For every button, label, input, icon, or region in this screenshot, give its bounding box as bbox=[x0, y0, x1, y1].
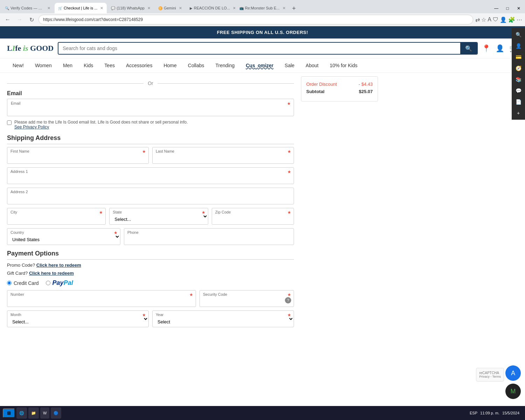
first-name-field: First Name ★ bbox=[7, 147, 149, 164]
card-fields-row: Number ★ Security Code ★ ? bbox=[7, 290, 294, 307]
city-input[interactable] bbox=[7, 208, 106, 225]
first-name-input[interactable] bbox=[7, 147, 149, 164]
order-discount-label: Order Discount bbox=[306, 82, 337, 87]
country-select[interactable]: United States bbox=[7, 228, 120, 245]
city-field: City ★ bbox=[7, 208, 106, 225]
tab-close-icon[interactable]: ✕ bbox=[179, 6, 182, 10]
tab-reaccion[interactable]: ▶ REACCIÓN DE LO... ✕ bbox=[186, 3, 235, 13]
tab-remonster[interactable]: 📺 Re:Monster Sub E... ✕ bbox=[236, 3, 288, 13]
zip-input[interactable] bbox=[212, 208, 294, 225]
address2-input[interactable] bbox=[7, 188, 294, 204]
new-tab-button[interactable]: + bbox=[289, 4, 299, 13]
paypal-radio[interactable] bbox=[46, 281, 50, 285]
email-list-checkbox[interactable] bbox=[7, 120, 12, 125]
tab-close-icon[interactable]: ✕ bbox=[147, 6, 150, 10]
year-required: ★ bbox=[287, 313, 291, 317]
sidebar-office-icon[interactable]: 📄 bbox=[513, 97, 524, 107]
nav-item-customizer[interactable]: CusTomizer bbox=[240, 58, 279, 72]
promo-code-row: Promo Code? Click here to redeem bbox=[7, 262, 294, 268]
edge-sidebar: 🔍 👤 💳 🧭 📚 💬 📄 + bbox=[512, 28, 525, 120]
back-button[interactable]: ← bbox=[3, 15, 13, 24]
address1-required: ★ bbox=[287, 169, 291, 174]
close-button[interactable]: ✕ bbox=[514, 5, 524, 12]
email-field-wrapper: Email ★ bbox=[7, 99, 294, 116]
restore-button[interactable]: □ bbox=[503, 5, 512, 12]
sidebar-profile-icon[interactable]: 👤 bbox=[513, 41, 524, 51]
credit-card-option[interactable]: Credit Card bbox=[7, 280, 39, 286]
search-button[interactable]: 🔍 bbox=[460, 43, 477, 54]
month-field: Month ★ Select... bbox=[7, 310, 149, 327]
security-code-input[interactable] bbox=[200, 290, 294, 307]
location-icon[interactable]: 📍 bbox=[482, 44, 491, 52]
tab-whatsapp[interactable]: 💬 (118) WhatsApp ✕ bbox=[107, 3, 154, 13]
user-icon[interactable]: 👤 bbox=[500, 16, 507, 23]
city-required: ★ bbox=[99, 210, 103, 215]
nav-item-men[interactable]: Men bbox=[57, 58, 78, 72]
card-number-required: ★ bbox=[189, 292, 193, 297]
last-name-field: Last Name ★ bbox=[152, 147, 294, 164]
gift-redeem-link[interactable]: Click here to redeem bbox=[29, 271, 74, 276]
credit-card-label: Credit Card bbox=[14, 280, 39, 286]
sidebar-discover-icon[interactable]: 🧭 bbox=[513, 63, 524, 74]
tab-favicon: 🔍 bbox=[5, 6, 9, 10]
shield-icon[interactable]: 🛡 bbox=[493, 16, 498, 23]
phone-input[interactable] bbox=[124, 228, 294, 245]
nav-item-sale[interactable]: Sale bbox=[279, 58, 300, 72]
reload-button[interactable]: ↻ bbox=[27, 15, 36, 24]
payment-section: Payment Options Promo Code? Click here t… bbox=[7, 250, 294, 327]
promo-redeem-link[interactable]: Click here to redeem bbox=[36, 262, 81, 268]
sidebar-wallet-icon[interactable]: 💳 bbox=[513, 52, 524, 62]
tab-checkout[interactable]: 🛒 Checkout | Life is ... ✕ bbox=[55, 3, 107, 13]
tab-label: Gemini bbox=[164, 6, 176, 10]
forward-button[interactable]: → bbox=[15, 15, 24, 24]
settings-icon[interactable]: ⋯ bbox=[517, 16, 522, 23]
tab-verify-codes[interactable]: 🔍 Verify Codes — Si... ✕ bbox=[1, 3, 54, 13]
nav-item-women[interactable]: Women bbox=[29, 58, 57, 72]
tab-close-icon[interactable]: ✕ bbox=[233, 6, 235, 10]
nav-item-trending[interactable]: Trending bbox=[210, 58, 240, 72]
month-select[interactable]: Select... bbox=[7, 310, 149, 327]
nav-item-tees[interactable]: Tees bbox=[99, 58, 120, 72]
sidebar-collections-icon[interactable]: 📚 bbox=[513, 74, 524, 85]
card-number-input[interactable] bbox=[7, 290, 196, 307]
extension-icon[interactable]: 🧩 bbox=[508, 16, 515, 23]
address1-input[interactable] bbox=[7, 167, 294, 184]
credit-card-radio[interactable] bbox=[7, 281, 12, 285]
sidebar-message-icon[interactable]: 💬 bbox=[513, 85, 524, 96]
nav-item-ten-percent[interactable]: 10% for Kids bbox=[324, 58, 363, 72]
last-name-input[interactable] bbox=[152, 147, 294, 164]
tab-favicon: 💬 bbox=[111, 6, 115, 10]
translate-icon[interactable]: ⇄ bbox=[475, 16, 480, 23]
tab-close-icon[interactable]: ✕ bbox=[100, 6, 103, 10]
site-logo[interactable]: LIfe is GOOD bbox=[7, 44, 54, 53]
security-help-icon[interactable]: ? bbox=[285, 297, 291, 303]
profile-icon[interactable]: A bbox=[488, 16, 491, 23]
security-code-field: Security Code ★ ? bbox=[200, 290, 294, 307]
state-select[interactable]: Select... bbox=[109, 208, 208, 225]
last-name-required: ★ bbox=[287, 149, 291, 154]
privacy-policy-link[interactable]: See Privacy Policy bbox=[14, 125, 49, 130]
sidebar-add-icon[interactable]: + bbox=[513, 108, 524, 118]
nav-item-new[interactable]: New! bbox=[7, 58, 29, 72]
subtotal-value: $25.07 bbox=[359, 89, 373, 94]
sidebar-search-icon[interactable]: 🔍 bbox=[513, 29, 524, 40]
nav-item-accessories[interactable]: Accessories bbox=[120, 58, 158, 72]
paypal-option[interactable]: PayPal bbox=[46, 279, 73, 287]
tab-gemini[interactable]: ♊ Gemini ✕ bbox=[155, 3, 186, 13]
nav-item-collabs[interactable]: Collabs bbox=[182, 58, 210, 72]
site-header: LIfe is GOOD 🔍 📍 👤 🛒 1 bbox=[0, 38, 525, 58]
tab-close-icon[interactable]: ✕ bbox=[282, 6, 286, 10]
email-input[interactable] bbox=[11, 108, 290, 114]
account-icon[interactable]: 👤 bbox=[496, 44, 504, 52]
nav-item-home[interactable]: Home bbox=[158, 58, 182, 72]
year-select[interactable]: Select bbox=[152, 310, 294, 327]
browser-extension-icons: ⇄ ☆ A 🛡 👤 🧩 ⋯ bbox=[475, 16, 522, 23]
tab-close-icon[interactable]: ✕ bbox=[47, 6, 50, 10]
payment-methods: Credit Card PayPal bbox=[7, 279, 294, 287]
star-icon[interactable]: ☆ bbox=[481, 16, 486, 23]
minimize-button[interactable]: — bbox=[491, 5, 501, 12]
nav-item-about[interactable]: About bbox=[300, 58, 324, 72]
nav-item-kids[interactable]: Kids bbox=[78, 58, 99, 72]
address-bar[interactable]: https://www.lifeisgood.com/cart?dwcont=C… bbox=[38, 15, 473, 24]
search-input[interactable] bbox=[58, 43, 460, 54]
